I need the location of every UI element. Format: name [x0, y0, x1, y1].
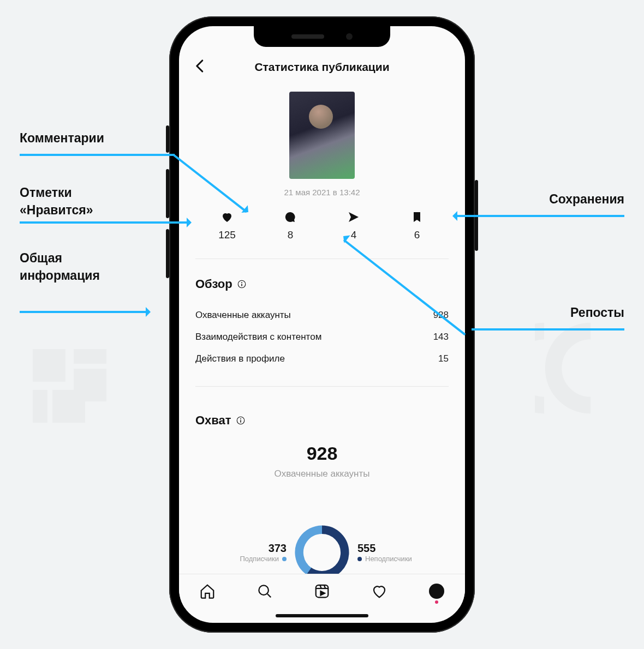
- tab-reels[interactable]: [313, 582, 331, 600]
- row-label: Взаимодействия с контентом: [195, 332, 321, 342]
- row-value: 143: [433, 332, 449, 342]
- bookmark-icon: [410, 211, 424, 224]
- overview-row[interactable]: Взаимодействия с контентом 143: [195, 326, 449, 348]
- annotation-arrow: [455, 215, 624, 217]
- svg-rect-7: [241, 284, 242, 286]
- volume-up-button: [166, 169, 169, 218]
- bottom-tabbar: [179, 574, 465, 608]
- svg-point-9: [240, 418, 241, 419]
- annotation-arrow: [472, 328, 624, 330]
- notch: [254, 26, 390, 47]
- stat-comments: 8: [271, 211, 309, 241]
- svg-rect-1: [74, 349, 106, 364]
- tab-profile[interactable]: [427, 582, 446, 600]
- notification-dot: [435, 600, 438, 604]
- svg-rect-0: [33, 349, 65, 382]
- post-thumbnail[interactable]: [289, 92, 355, 179]
- heart-icon: [220, 211, 234, 224]
- svg-rect-4: [52, 390, 85, 423]
- annotation-arrow: [20, 154, 175, 156]
- stat-likes: 125: [208, 211, 246, 241]
- row-label: Действия в профиле: [195, 353, 285, 364]
- nonfollowers-label: Неподписчики: [365, 555, 412, 563]
- annotation-likes-l1: Отметки: [20, 185, 72, 200]
- annotation-reposts: Репосты: [570, 305, 624, 320]
- volume-down-button: [166, 229, 169, 278]
- followers-value: 373: [199, 542, 287, 555]
- reach-value: 928: [195, 443, 449, 464]
- phone-screen: Статистика публикации 21 мая 2021 в 13:4…: [179, 26, 465, 623]
- screen-header: Статистика публикации: [179, 53, 465, 81]
- saves-value: 6: [414, 229, 420, 241]
- nonfollowers-value: 555: [357, 542, 445, 555]
- watermark-shape: [535, 322, 628, 414]
- followers-label: Подписчики: [240, 555, 279, 563]
- tab-activity[interactable]: [370, 582, 389, 600]
- annotation-general-l2: информация: [20, 268, 100, 283]
- reach-label: Охваченные аккаунты: [195, 468, 449, 479]
- overview-title: Обзор: [195, 277, 232, 291]
- page-title: Статистика публикации: [254, 61, 389, 74]
- stats-row: 125 8 4 6: [195, 211, 449, 259]
- svg-rect-10: [240, 420, 241, 423]
- back-button[interactable]: [192, 58, 208, 74]
- reach-title: Охват: [195, 413, 231, 428]
- reach-section: Охват 928 Охваченные аккаунты: [195, 413, 449, 479]
- tab-home[interactable]: [198, 582, 217, 600]
- stat-saves: 6: [398, 211, 436, 241]
- tab-search[interactable]: [255, 582, 274, 600]
- overview-row[interactable]: Охваченные аккаунты 928: [195, 304, 449, 326]
- row-value: 15: [438, 353, 449, 364]
- shares-value: 4: [351, 229, 357, 241]
- svg-line-14: [267, 594, 271, 597]
- annotation-comments: Комментарии: [20, 131, 104, 146]
- info-icon[interactable]: [236, 416, 246, 425]
- annotation-arrow: [20, 311, 148, 313]
- watermark-shape: [33, 349, 115, 431]
- annotation-arrow: [20, 221, 189, 224]
- send-icon: [347, 211, 360, 224]
- likes-value: 125: [218, 229, 236, 241]
- legend-dot-followers: [282, 557, 287, 561]
- legend-dot-nonfollowers: [357, 557, 362, 561]
- phone-frame: Статистика публикации 21 мая 2021 в 13:4…: [169, 16, 475, 633]
- svg-point-6: [241, 282, 242, 283]
- comment-icon: [284, 211, 297, 224]
- svg-rect-3: [33, 390, 47, 423]
- annotation-saves: Сохранения: [549, 192, 624, 207]
- row-label: Охваченные аккаунты: [195, 310, 291, 321]
- home-indicator[interactable]: [276, 614, 368, 617]
- annotation-general-l1: Общая: [20, 251, 62, 266]
- annotation-likes-l2: «Нравится»: [20, 203, 93, 218]
- comments-value: 8: [288, 229, 294, 241]
- info-icon[interactable]: [237, 279, 247, 289]
- mute-switch: [166, 125, 169, 153]
- overview-row[interactable]: Действия в профиле 15: [195, 348, 449, 370]
- svg-point-13: [259, 585, 269, 595]
